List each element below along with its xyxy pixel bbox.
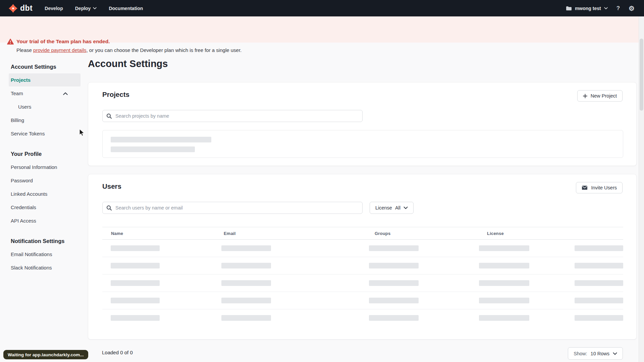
gear-icon[interactable]: ⚙ (629, 5, 635, 12)
sidebar-item-email-notifications[interactable]: Email Notifications (9, 248, 80, 261)
sidebar-heading-notification-settings: Notification Settings (0, 234, 88, 248)
users-search-input[interactable] (102, 202, 363, 214)
projects-loading-placeholder (102, 130, 623, 158)
table-row (102, 240, 623, 257)
skeleton-bar (221, 315, 271, 321)
skeleton-bar (575, 245, 623, 251)
skeleton-bar (369, 263, 419, 268)
users-table: Name Email Groups License (102, 227, 623, 327)
nav-deploy[interactable]: Deploy (75, 6, 97, 11)
sidebar-item-linked-accounts[interactable]: Linked Accounts (9, 187, 80, 200)
users-table-header: Name Email Groups License (102, 227, 623, 240)
users-heading: Users (102, 182, 121, 190)
projects-heading: Projects (102, 90, 129, 99)
sidebar-heading-your-profile: Your Profile (0, 147, 88, 161)
projects-search (102, 110, 363, 122)
sidebar-item-personal-information[interactable]: Personal Information (9, 161, 80, 174)
envelope-icon (582, 185, 588, 190)
skeleton-bar (479, 298, 529, 303)
skeleton-bar (369, 315, 419, 321)
top-navbar: dbt Develop Deploy Documentation mwong t… (0, 0, 644, 16)
skeleton-bar (221, 298, 271, 303)
dbt-logo-text: dbt (20, 4, 33, 13)
projects-search-input[interactable] (102, 110, 363, 122)
skeleton-bar (479, 245, 529, 251)
skeleton-bar (575, 280, 623, 286)
users-table-body (102, 240, 623, 327)
folder-icon (566, 6, 572, 11)
table-row (102, 257, 623, 275)
plus-icon (583, 94, 587, 98)
chevron-down-icon (93, 7, 97, 9)
table-row (102, 309, 623, 327)
skeleton-bar (479, 280, 529, 286)
sidebar-item-users[interactable]: Users (9, 100, 80, 113)
sidebar-item-slack-notifications[interactable]: Slack Notifications (9, 261, 80, 274)
skeleton-bar (575, 315, 623, 321)
app-window: dbt Develop Deploy Documentation mwong t… (0, 0, 644, 362)
skeleton-bar (221, 280, 271, 286)
skeleton-bar (111, 298, 160, 303)
chevron-up-icon (63, 90, 68, 96)
users-table-footer: Loaded 0 of 0 Show: 10 Rows (88, 345, 637, 360)
new-project-button[interactable]: New Project (577, 90, 623, 102)
skeleton-bar (221, 263, 271, 268)
users-search (102, 202, 363, 214)
skeleton-bar (369, 280, 419, 286)
skeleton-bar (111, 146, 195, 152)
account-switcher[interactable]: mwong test (566, 6, 608, 11)
skeleton-bar (111, 245, 160, 251)
loaded-count: Loaded 0 of 0 (102, 350, 133, 355)
sidebar-item-team[interactable]: Team (9, 87, 80, 100)
help-icon[interactable]: ? (616, 5, 620, 11)
column-header-name: Name (111, 231, 123, 236)
skeleton-bar (575, 298, 623, 303)
sidebar-item-api-access[interactable]: API Access (9, 214, 80, 227)
browser-status-toast: Waiting for app.launchdarkly.com... (3, 350, 88, 359)
sidebar-item-password[interactable]: Password (9, 174, 80, 187)
scrollbar-track[interactable] (639, 16, 644, 362)
scrollbar-thumb[interactable] (640, 39, 643, 111)
rows-per-page-dropdown[interactable]: Show: 10 Rows (568, 347, 623, 360)
skeleton-bar (111, 315, 160, 321)
license-filter-dropdown[interactable]: License All (370, 202, 414, 214)
skeleton-bar (369, 298, 419, 303)
nav-develop[interactable]: Develop (45, 6, 63, 11)
dbt-logo[interactable]: dbt (9, 4, 33, 13)
skeleton-bar (111, 280, 160, 286)
skeleton-bar (111, 137, 211, 142)
invite-users-button[interactable]: Invite Users (576, 182, 623, 193)
sidebar-item-credentials[interactable]: Credentials (9, 201, 80, 214)
chevron-down-icon (404, 206, 408, 209)
sidebar-item-billing[interactable]: Billing (9, 114, 80, 127)
skeleton-bar (479, 315, 529, 321)
skeleton-bar (369, 245, 419, 251)
skeleton-bar (221, 245, 271, 251)
dbt-logo-icon (9, 4, 17, 13)
search-icon (106, 113, 112, 119)
users-card: Users Invite Users License All Name (88, 174, 637, 340)
chevron-down-icon (604, 7, 608, 9)
settings-sidebar: Account Settings Projects Team Users Bil… (0, 43, 88, 281)
account-name: mwong test (575, 6, 601, 11)
page-title: Account Settings (88, 58, 168, 69)
sidebar-item-projects[interactable]: Projects (9, 73, 80, 86)
table-row (102, 292, 623, 309)
search-icon (106, 205, 112, 210)
chevron-down-icon (613, 352, 617, 355)
column-header-email: Email (224, 231, 236, 236)
nav-documentation[interactable]: Documentation (109, 6, 143, 11)
table-row (102, 275, 623, 292)
projects-card: Projects New Project (88, 82, 637, 166)
trial-ended-banner: Your trial of the Team plan has ended. P… (0, 16, 644, 43)
skeleton-bar (575, 263, 623, 268)
column-header-license: License (487, 231, 504, 236)
skeleton-bar (111, 263, 160, 268)
column-header-groups: Groups (375, 231, 390, 236)
skeleton-bar (479, 263, 529, 268)
mouse-cursor (79, 129, 85, 136)
sidebar-heading-account-settings: Account Settings (0, 60, 88, 73)
sidebar-item-service-tokens[interactable]: Service Tokens (9, 127, 80, 140)
